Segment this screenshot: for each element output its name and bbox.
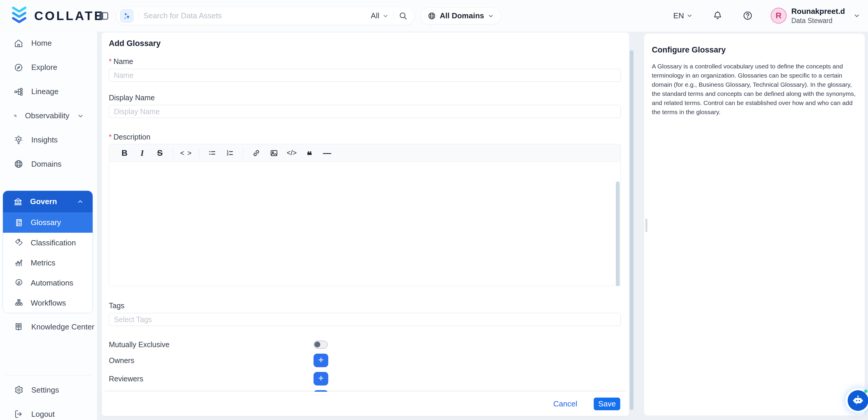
editor-scrollbar[interactable] <box>616 181 620 286</box>
sidebar: Home Explore Lineage Observability <box>0 32 97 420</box>
knowledge-center-icon <box>13 322 24 332</box>
sidebar-item-home[interactable]: Home <box>0 37 97 49</box>
avatar[interactable]: R <box>771 8 786 24</box>
sidebar-item-label: Workflows <box>31 299 66 308</box>
image-icon[interactable] <box>266 147 282 159</box>
all-domains-button[interactable]: All Domains <box>421 7 501 25</box>
display-name-label: Display Name <box>109 93 621 102</box>
editor-toolbar: B I S < > 12 <box>109 144 621 162</box>
workflows-icon <box>14 298 24 308</box>
name-input[interactable] <box>109 69 621 82</box>
cancel-button[interactable]: Cancel <box>553 399 577 409</box>
sidebar-item-settings[interactable]: Settings <box>0 384 97 396</box>
bold-icon[interactable]: B <box>117 147 132 159</box>
bullet-list-icon[interactable] <box>205 147 220 159</box>
mutually-exclusive-row: Mutually Exclusive <box>109 340 621 349</box>
sidebar-item-glossary[interactable]: Glossary <box>3 212 93 233</box>
sidebar-item-explore[interactable]: Explore <box>0 62 97 73</box>
language-selector[interactable]: EN <box>673 11 693 20</box>
tags-label: Tags <box>109 301 621 310</box>
classification-tags-icon <box>14 238 24 247</box>
govern-bank-icon <box>13 197 23 207</box>
code-block-icon[interactable]: </> <box>284 147 299 159</box>
sidebar-item-metrics[interactable]: Metrics <box>3 253 93 273</box>
italic-icon[interactable]: I <box>134 147 150 159</box>
sidebar-item-observability[interactable]: Observability <box>0 110 97 122</box>
chevron-down-icon <box>382 13 389 19</box>
owners-label: Owners <box>109 356 313 365</box>
user-name: Rounakpreet.d <box>791 7 845 16</box>
description-textarea[interactable] <box>109 162 621 286</box>
chevron-down-icon <box>686 12 693 19</box>
panel-resize-handle[interactable] <box>645 218 647 232</box>
search-scope-dropdown[interactable]: All <box>371 11 389 20</box>
brand-name: COLLATE <box>34 9 104 23</box>
sidebar-item-label: Glossary <box>31 218 61 227</box>
quote-icon[interactable]: ❝ <box>302 147 317 159</box>
ai-sparkles-icon[interactable] <box>120 9 134 23</box>
horizontal-rule-icon[interactable]: — <box>319 147 335 159</box>
sidebar-item-label: Classification <box>31 238 76 247</box>
brand-logo[interactable]: COLLATE <box>0 6 94 25</box>
chevron-down-icon[interactable] <box>77 112 84 119</box>
global-search-bar[interactable]: All <box>116 7 415 25</box>
top-bar: COLLATE All <box>0 0 868 32</box>
sidebar-collapse-button[interactable] <box>98 10 110 22</box>
logout-icon <box>13 409 24 419</box>
chevron-down-icon <box>488 13 494 19</box>
ordered-list-icon[interactable]: 12 <box>222 147 238 159</box>
mutually-exclusive-toggle[interactable] <box>313 341 328 349</box>
sidebar-item-domains[interactable]: Domains <box>0 158 97 170</box>
sidebar-item-insights[interactable]: Insights <box>0 134 97 146</box>
toggle-knob <box>314 341 320 348</box>
reviewers-label: Reviewers <box>109 374 313 383</box>
sidebar-divider <box>6 375 91 376</box>
user-role: Data Steward <box>791 17 845 25</box>
language-label: EN <box>673 11 684 20</box>
main-scrollbar[interactable] <box>630 50 633 410</box>
sidebar-item-label: Explore <box>31 63 57 72</box>
robot-chat-icon <box>851 394 865 407</box>
sidebar-item-knowledge-center[interactable]: Knowledge Center <box>0 321 97 333</box>
tags-select-input[interactable] <box>109 313 621 326</box>
form-footer: Cancel Save <box>102 392 629 416</box>
mutually-exclusive-label: Mutually Exclusive <box>109 340 313 349</box>
user-menu[interactable]: Rounakpreet.d Data Steward <box>791 7 845 25</box>
chat-assistant-button[interactable] <box>848 390 868 411</box>
globe-icon <box>427 11 436 20</box>
all-domains-label: All Domains <box>440 11 484 20</box>
add-owner-button[interactable]: + <box>313 354 328 367</box>
notifications-button[interactable] <box>712 10 723 21</box>
inline-code-icon[interactable]: < > <box>179 147 194 159</box>
right-panel-description: A Glossary is a controlled vocabulary us… <box>652 62 857 117</box>
help-button[interactable] <box>742 10 753 21</box>
home-icon <box>13 38 24 49</box>
divider <box>394 11 394 20</box>
insights-icon <box>13 135 24 145</box>
sidebar-item-classification[interactable]: Classification <box>3 233 93 253</box>
chevron-up-icon[interactable] <box>77 198 84 205</box>
avatar-initial: R <box>776 11 782 20</box>
user-menu-chevron[interactable] <box>853 12 860 19</box>
sidebar-item-label: Domains <box>31 159 62 169</box>
sidebar-item-lineage[interactable]: Lineage <box>0 86 97 98</box>
strikethrough-icon[interactable]: S <box>152 147 167 159</box>
search-input[interactable] <box>143 11 371 20</box>
display-name-input[interactable] <box>109 105 621 118</box>
panel-collapse-icon <box>98 10 110 22</box>
sidebar-item-automations[interactable]: Automations <box>3 273 93 293</box>
link-icon[interactable] <box>249 147 264 159</box>
page-title: Add Glossary <box>109 39 621 48</box>
metrics-icon <box>14 258 24 268</box>
sidebar-item-govern[interactable]: Govern <box>3 191 93 212</box>
sidebar-item-logout[interactable]: Logout <box>0 408 97 420</box>
collate-logo-icon <box>8 6 30 25</box>
domains-icon <box>13 159 24 169</box>
add-reviewer-button[interactable]: + <box>313 372 328 386</box>
sidebar-item-workflows[interactable]: Workflows <box>3 293 93 313</box>
header-actions: EN R Rounakpreet.d Data Steward <box>673 7 868 25</box>
search-icon[interactable] <box>399 11 408 21</box>
sidebar-item-label: Settings <box>31 386 59 395</box>
save-button[interactable]: Save <box>594 398 620 410</box>
required-marker: * <box>109 57 112 66</box>
